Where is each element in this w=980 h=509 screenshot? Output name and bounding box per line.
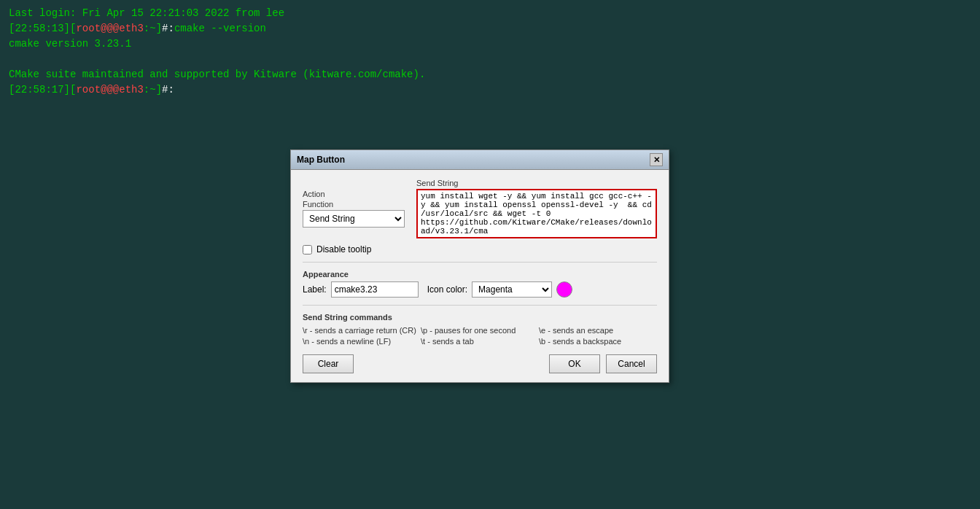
cmd-pause: \p - pauses for one second — [421, 326, 539, 335]
clear-button[interactable]: Clear — [303, 354, 354, 373]
button-row: Clear OK Cancel — [303, 354, 657, 373]
appearance-label: Appearance — [303, 270, 657, 279]
close-button[interactable]: ✕ — [650, 153, 663, 166]
commands-section: Send String commands \r - sends a carria… — [303, 313, 657, 346]
terminal-line-3: cmake version 3.23.1 — [9, 36, 971, 52]
send-string-label: Send String — [416, 179, 657, 187]
label-input[interactable] — [331, 281, 419, 298]
cmd-tab: \t - sends a tab — [421, 337, 539, 346]
action-label: Action — [303, 190, 405, 198]
cancel-button[interactable]: Cancel — [606, 354, 657, 373]
action-select[interactable]: Send String — [303, 210, 405, 228]
divider-1 — [303, 262, 657, 263]
commands-label: Send String commands — [303, 313, 657, 322]
terminal-line-6: [22:58:17][root@@@eth3:~]#: — [9, 82, 971, 98]
cmd-escape: \e - sends an escape — [539, 326, 657, 335]
cmd-lf: \n - sends a newline (LF) — [303, 337, 421, 346]
send-string-group: Send String yum install wget -y && yum i… — [416, 179, 657, 238]
commands-grid: \r - sends a carriage return (CR) \p - p… — [303, 326, 657, 346]
disable-tooltip-checkbox[interactable] — [303, 245, 312, 254]
icon-color-select[interactable]: Magenta Red Green Blue Yellow Cyan White… — [472, 281, 552, 298]
right-buttons: OK Cancel — [549, 354, 657, 373]
divider-2 — [303, 305, 657, 306]
cmd-cr: \r - sends a carriage return (CR) — [303, 326, 421, 335]
icon-color-group: Icon color: Magenta Red Green Blue Yello… — [427, 281, 572, 298]
terminal-line-1: Last login: Fri Apr 15 22:21:03 2022 fro… — [9, 6, 971, 21]
dialog-title: Map Button — [297, 155, 345, 165]
action-group: Action Function Send String — [303, 190, 405, 228]
map-button-dialog: Map Button ✕ Action Function Send String… — [290, 149, 669, 383]
appearance-row: Label: Icon color: Magenta Red Green Blu… — [303, 281, 657, 298]
dialog-titlebar: Map Button ✕ — [291, 150, 669, 170]
dialog-body: Action Function Send String Send String … — [291, 170, 669, 382]
terminal-line-4 — [9, 52, 971, 67]
icon-color-label: Icon color: — [427, 284, 467, 295]
ok-button[interactable]: OK — [549, 354, 600, 373]
terminal-line-2: [22:58:13][root@@@eth3:~]#:cmake --versi… — [9, 21, 971, 36]
label-field-label: Label: — [303, 284, 327, 295]
function-label: Function — [303, 200, 405, 209]
disable-tooltip-label: Disable tooltip — [316, 244, 371, 254]
cmd-backspace: \b - sends a backspace — [539, 337, 657, 346]
disable-tooltip-row: Disable tooltip — [303, 244, 657, 254]
label-field-group: Label: — [303, 281, 419, 298]
action-function-row: Action Function Send String Send String … — [303, 179, 657, 238]
send-string-textarea[interactable]: yum install wget -y && yum install gcc g… — [416, 189, 657, 238]
appearance-section: Appearance Label: Icon color: Magenta Re… — [303, 270, 657, 298]
color-swatch — [556, 281, 572, 298]
terminal-line-5: CMake suite maintained and supported by … — [9, 67, 971, 82]
